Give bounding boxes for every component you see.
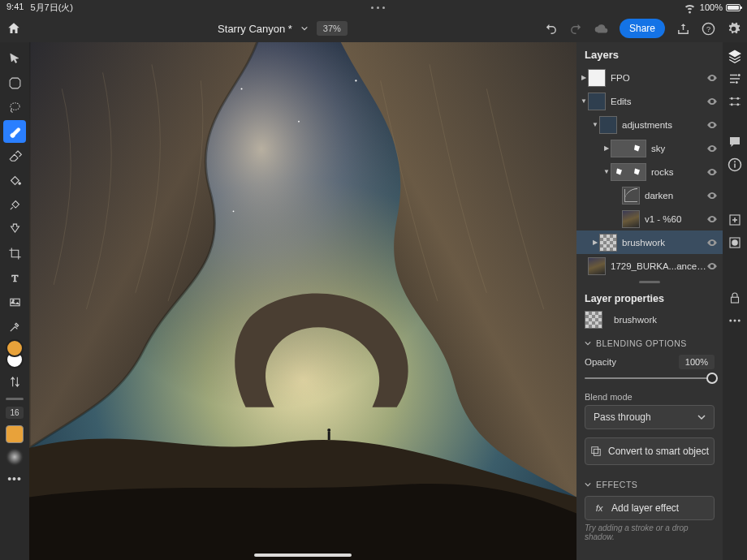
disclosure-icon[interactable]: ▶ xyxy=(580,74,588,81)
visibility-icon[interactable] xyxy=(706,213,718,225)
layer-row[interactable]: ▶sky xyxy=(576,136,723,160)
foreground-color[interactable] xyxy=(6,339,24,357)
mask-icon[interactable] xyxy=(728,235,742,250)
add-layer-effect-button[interactable]: fx Add layer effect xyxy=(585,496,715,520)
cloud-icon[interactable] xyxy=(594,22,608,36)
disclosure-icon[interactable]: ▼ xyxy=(591,121,599,128)
fill-tool[interactable] xyxy=(3,169,26,192)
add-icon[interactable] xyxy=(728,213,742,227)
svg-point-3 xyxy=(18,182,20,184)
transform-tool[interactable] xyxy=(3,71,26,94)
help-icon[interactable]: ? xyxy=(702,22,715,36)
gear-icon[interactable] xyxy=(727,22,741,36)
svg-point-42 xyxy=(729,320,732,322)
visibility-icon[interactable] xyxy=(706,190,718,201)
document-title-group[interactable]: Starry Canyon * 37% xyxy=(218,21,348,36)
move-tool[interactable] xyxy=(3,47,26,70)
svg-point-6 xyxy=(12,299,14,301)
visibility-icon[interactable] xyxy=(706,143,718,154)
place-tool[interactable] xyxy=(3,291,26,313)
svg-rect-41 xyxy=(732,297,739,303)
share-button[interactable]: Share xyxy=(620,19,665,38)
layer-name: 1729_BURKA...anced-NR33 xyxy=(611,261,706,271)
home-button[interactable] xyxy=(6,21,21,36)
top-bar: Starry Canyon * 37% Share ? xyxy=(0,15,747,42)
healing-tool[interactable] xyxy=(3,193,26,216)
visibility-icon[interactable] xyxy=(706,119,718,131)
visibility-icon[interactable] xyxy=(706,166,718,178)
layer-thumb xyxy=(585,311,602,329)
info-icon[interactable] xyxy=(728,157,742,172)
adjustments-icon[interactable] xyxy=(728,94,742,109)
swap-colors[interactable] xyxy=(3,370,26,393)
effects-section[interactable]: EFFECTS xyxy=(576,473,723,491)
svg-rect-25 xyxy=(328,432,330,440)
layer-row[interactable]: ▼Edits xyxy=(576,89,723,113)
svg-point-20 xyxy=(233,210,235,212)
blending-options-section[interactable]: BLENDING OPTIONS xyxy=(576,332,723,350)
svg-point-24 xyxy=(327,429,330,432)
disclosure-icon[interactable]: ▶ xyxy=(591,239,599,246)
canvas[interactable] xyxy=(29,42,576,560)
svg-point-43 xyxy=(734,320,736,322)
layer-thumb xyxy=(588,257,606,275)
visibility-icon[interactable] xyxy=(706,237,718,248)
right-toolbar xyxy=(723,42,747,560)
home-indicator[interactable] xyxy=(254,554,352,557)
layer-row[interactable]: v1 - %60 xyxy=(576,207,723,230)
brush-preview[interactable] xyxy=(6,448,24,466)
layer-row[interactable]: ▼adjustments xyxy=(576,113,723,136)
opacity-slider[interactable] xyxy=(576,371,723,386)
brush-size[interactable]: 16 xyxy=(6,407,23,419)
disclosure-icon[interactable]: ▼ xyxy=(580,97,588,105)
blend-mode-label: Blend mode xyxy=(576,386,723,405)
multitask-dots[interactable] xyxy=(371,6,385,9)
zoom-level[interactable]: 37% xyxy=(317,21,348,36)
properties-icon[interactable] xyxy=(728,71,742,86)
redo-icon[interactable] xyxy=(569,22,583,36)
undo-icon[interactable] xyxy=(544,22,558,36)
layer-row[interactable]: 1729_BURKA...anced-NR33 xyxy=(576,254,723,278)
comments-icon[interactable] xyxy=(728,135,742,149)
disclosure-icon[interactable]: ▶ xyxy=(602,144,611,152)
brush-tool[interactable] xyxy=(3,120,26,143)
lasso-tool[interactable] xyxy=(3,96,26,118)
eyedropper-tool[interactable] xyxy=(3,315,26,338)
layer-row[interactable]: ▶FPO xyxy=(576,66,723,89)
layer-thumb xyxy=(611,140,646,157)
eraser-tool[interactable] xyxy=(3,144,26,167)
crop-tool[interactable] xyxy=(3,242,26,265)
layer-thumb xyxy=(599,116,617,134)
layer-thumb xyxy=(622,187,640,205)
convert-smart-object-button[interactable]: Convert to smart object xyxy=(585,437,715,465)
layer-name: v1 - %60 xyxy=(645,214,706,224)
layer-row[interactable]: ▶brushwork xyxy=(576,230,723,254)
layers-icon[interactable] xyxy=(728,49,742,63)
visibility-icon[interactable] xyxy=(706,261,718,272)
layers-list: ▶FPO▼Edits▼adjustments▶sky▼rocksdarkenv1… xyxy=(576,66,723,278)
layers-panel: Layers ▶FPO▼Edits▼adjustments▶sky▼rocksd… xyxy=(576,42,723,560)
layer-row[interactable]: darken xyxy=(576,183,723,207)
svg-rect-36 xyxy=(734,164,736,168)
svg-text:fx: fx xyxy=(596,503,604,513)
svg-point-44 xyxy=(738,320,741,322)
more-tools[interactable]: ••• xyxy=(3,467,26,490)
svg-point-34 xyxy=(736,103,739,106)
disclosure-icon[interactable]: ▼ xyxy=(602,168,611,175)
blend-mode-dropdown[interactable]: Pass through xyxy=(585,405,715,429)
visibility-icon[interactable] xyxy=(706,96,718,107)
visibility-icon[interactable] xyxy=(706,72,718,84)
layer-name: sky xyxy=(651,144,706,153)
panel-resize-handle[interactable] xyxy=(639,281,660,283)
layer-thumb xyxy=(588,69,606,87)
chevron-down-icon xyxy=(300,24,309,32)
brush-color-swatch[interactable] xyxy=(6,425,24,443)
type-tool[interactable]: T xyxy=(3,266,26,289)
lock-icon[interactable] xyxy=(728,291,742,305)
svg-point-13 xyxy=(298,121,300,123)
export-icon[interactable] xyxy=(676,22,690,36)
layer-row[interactable]: ▼rocks xyxy=(576,160,723,183)
more-icon[interactable] xyxy=(728,313,742,328)
clone-tool[interactable] xyxy=(3,218,26,240)
opacity-value[interactable]: 100% xyxy=(679,355,715,369)
